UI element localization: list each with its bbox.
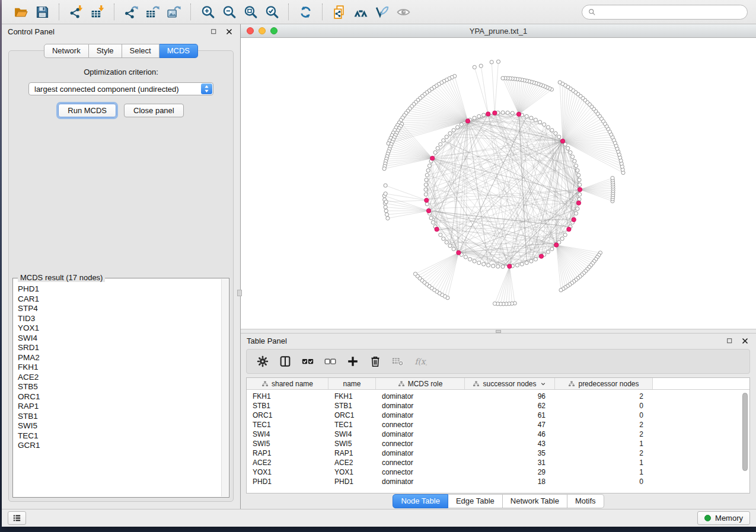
column-header-predecessor-nodes[interactable]: predecessor nodes	[555, 378, 653, 389]
graph-hub-node[interactable]	[425, 198, 429, 202]
table-scrollbar[interactable]	[742, 392, 748, 491]
graph-hub-node[interactable]	[576, 201, 580, 205]
table-row[interactable]: TEC1TEC1connector472	[247, 420, 749, 430]
select-all-button[interactable]	[298, 352, 318, 371]
graph-node[interactable]	[425, 202, 429, 206]
graph-node[interactable]	[501, 111, 505, 114]
graph-node[interactable]	[525, 114, 528, 118]
graph-hub-node[interactable]	[486, 112, 490, 116]
graph-node[interactable]	[573, 159, 576, 163]
search-box[interactable]	[582, 5, 748, 20]
tab-select[interactable]: Select	[122, 44, 160, 58]
table-row[interactable]: SWI4SWI4dominator462	[247, 430, 749, 439]
graph-hub-node[interactable]	[554, 243, 559, 247]
graph-leaf-node[interactable]	[493, 302, 496, 305]
optimization-criterion-dropdown[interactable]: largest connected component (undirected)	[28, 82, 213, 95]
close-panel-button[interactable]	[224, 27, 234, 37]
graph-node[interactable]	[569, 150, 572, 154]
graph-hub-node[interactable]	[578, 187, 582, 191]
graph-leaf-node[interactable]	[385, 213, 388, 216]
graph-hub-node[interactable]	[435, 227, 439, 231]
export-table-button[interactable]	[143, 2, 162, 21]
graph-node[interactable]	[482, 113, 486, 117]
graph-hub-node[interactable]	[572, 217, 576, 222]
graph-node[interactable]	[520, 262, 524, 266]
graph-node[interactable]	[477, 261, 481, 265]
graph-node[interactable]	[566, 146, 570, 150]
graph-node[interactable]	[550, 129, 554, 132]
graph-node[interactable]	[576, 207, 579, 210]
graph-leaf-node[interactable]	[501, 76, 505, 80]
zoom-out-button[interactable]	[219, 2, 238, 21]
graph-node[interactable]	[442, 237, 445, 241]
graph-leaf-node[interactable]	[473, 65, 476, 69]
mcds-result-item[interactable]: RAP1	[18, 402, 217, 412]
graph-node[interactable]	[543, 123, 546, 126]
graph-hub-node[interactable]	[426, 209, 430, 213]
graph-node[interactable]	[431, 220, 435, 224]
graph-node[interactable]	[554, 132, 557, 135]
graph-node[interactable]	[578, 197, 581, 201]
close-window-button[interactable]	[247, 27, 254, 34]
graph-node[interactable]	[468, 258, 472, 261]
mcds-result-item[interactable]: STB1	[18, 412, 217, 422]
mcds-result-item[interactable]: FKH1	[18, 363, 217, 373]
graph-node[interactable]	[428, 164, 431, 168]
graph-node[interactable]	[557, 135, 561, 139]
zoom-selected-button[interactable]	[262, 2, 281, 21]
graph-node[interactable]	[456, 126, 460, 129]
graph-node[interactable]	[433, 150, 437, 154]
export-network-button[interactable]	[122, 2, 141, 21]
table-row[interactable]: STB1STB1dominator620	[247, 401, 749, 411]
graph-node[interactable]	[529, 116, 533, 120]
minimize-window-button[interactable]	[259, 27, 266, 34]
graph-leaf-node[interactable]	[558, 81, 562, 84]
graph-node[interactable]	[436, 146, 439, 150]
graph-node[interactable]	[492, 264, 495, 268]
graph-leaf-node[interactable]	[496, 60, 500, 63]
close-panel-action-button[interactable]: Close panel	[124, 104, 184, 117]
mcds-result-item[interactable]: ORC1	[18, 392, 217, 402]
graph-hub-node[interactable]	[457, 251, 461, 255]
open-folder-button[interactable]	[11, 2, 30, 21]
table-row[interactable]: RAP1RAP1dominator352	[247, 448, 749, 458]
graph-node[interactable]	[464, 255, 467, 259]
tab-edge-table[interactable]: Edge Table	[448, 494, 503, 508]
tab-motifs[interactable]: Motifs	[567, 494, 604, 508]
mcds-result-item[interactable]: TEC1	[18, 431, 217, 441]
mcds-result-item[interactable]: SWI5	[18, 421, 217, 431]
import-table-button[interactable]	[88, 2, 107, 21]
delete-button[interactable]	[365, 352, 385, 371]
vizmapper-button[interactable]	[372, 2, 391, 21]
graph-node[interactable]	[534, 258, 537, 261]
graph-hub-node[interactable]	[516, 112, 521, 116]
graph-node[interactable]	[534, 118, 537, 121]
mcds-result-item[interactable]: ACE2	[18, 373, 217, 383]
graph-node[interactable]	[576, 169, 579, 172]
mcds-result-item[interactable]: CAR1	[18, 294, 217, 305]
graph-node[interactable]	[425, 174, 429, 177]
graph-hub-node[interactable]	[508, 264, 512, 268]
mcds-result-item[interactable]: SRD1	[18, 343, 217, 353]
mcds-result-item[interactable]: YOX1	[18, 323, 217, 334]
gear-button[interactable]	[253, 352, 273, 371]
graph-leaf-node[interactable]	[413, 272, 417, 275]
float-panel-button[interactable]	[209, 27, 219, 37]
graph-node[interactable]	[501, 265, 505, 268]
graph-node[interactable]	[578, 193, 582, 196]
graph-node[interactable]	[578, 183, 582, 187]
network-canvas[interactable]	[241, 38, 756, 329]
task-history-button[interactable]	[8, 511, 26, 525]
column-header-successor-nodes[interactable]: successor nodes	[465, 378, 555, 389]
graph-node[interactable]	[445, 241, 448, 244]
mcds-result-item[interactable]: PMA2	[18, 353, 217, 363]
graph-node[interactable]	[487, 264, 490, 267]
graph-leaf-node[interactable]	[559, 289, 563, 292]
column-header-shared-name[interactable]: shared name	[247, 378, 328, 389]
graph-node[interactable]	[424, 188, 428, 191]
mcds-result-scrollbar[interactable]	[221, 279, 228, 496]
graph-node[interactable]	[473, 259, 476, 263]
graph-node[interactable]	[560, 237, 564, 241]
graph-leaf-node[interactable]	[384, 200, 388, 204]
graph-node[interactable]	[460, 123, 463, 126]
